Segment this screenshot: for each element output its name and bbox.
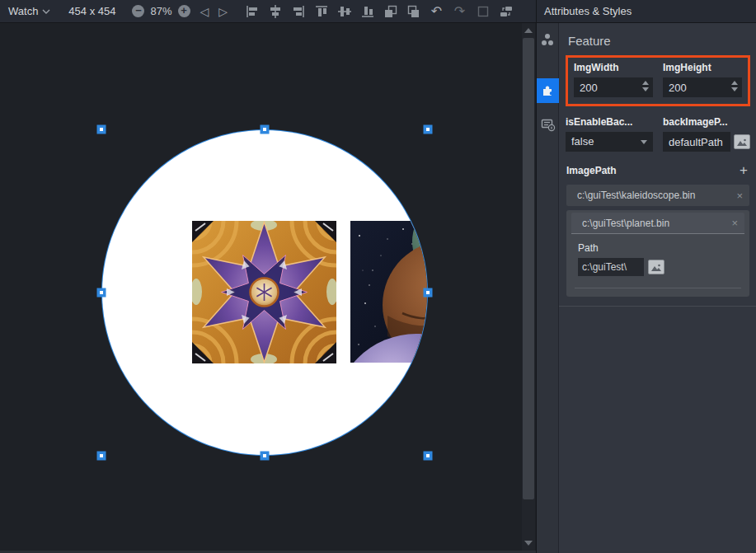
resize-handle-middle-left[interactable] xyxy=(97,288,106,298)
hierarchy-nodes-icon[interactable] xyxy=(537,28,559,50)
back-image-path-field: backImageP... xyxy=(663,116,750,152)
image-path-label: ImagePath xyxy=(566,165,617,176)
highlighted-fields-box: ImgWidth ImgHeight xyxy=(566,55,750,106)
image-path-item-planet-expanded: c:\guiTest\planet.bin × Path xyxy=(566,210,749,297)
back-image-path-label: backImageP... xyxy=(663,116,750,128)
bring-forward-icon[interactable] xyxy=(383,3,398,19)
align-left-icon[interactable] xyxy=(244,3,260,19)
section-divider xyxy=(559,306,756,307)
watch-face-scene xyxy=(0,23,536,551)
image-path-item-planet[interactable]: c:\guiTest\planet.bin × xyxy=(571,213,744,234)
canvas-size-label: 454 x 454 xyxy=(68,5,115,17)
zoom-out-button[interactable]: − xyxy=(132,5,144,17)
img-width-label: ImgWidth xyxy=(574,62,653,73)
marquee-select-icon[interactable] xyxy=(475,3,491,19)
resize-handle-bottom-right[interactable] xyxy=(424,452,433,461)
panel-tab-strip xyxy=(537,23,559,553)
align-top-icon[interactable] xyxy=(313,3,329,19)
panel-content: Feature ImgWidth ImgHeight xyxy=(559,23,756,553)
toolbar-icon-group: ↶ ↷ xyxy=(244,3,514,19)
image-picker-icon[interactable] xyxy=(734,134,750,149)
scroll-up-arrow-icon[interactable] xyxy=(524,28,533,33)
align-center-horizontal-icon[interactable] xyxy=(267,3,283,19)
attributes-styles-title: Attributes & Styles xyxy=(544,5,632,17)
widgets-puzzle-icon[interactable] xyxy=(537,78,559,103)
resize-handle-bottom-left[interactable] xyxy=(97,452,106,461)
img-width-input[interactable] xyxy=(574,77,653,97)
planet-image[interactable] xyxy=(334,196,511,499)
properties-info-icon[interactable] xyxy=(537,113,559,135)
img-height-label: ImgHeight xyxy=(663,62,742,73)
is-enable-back-field: isEnableBac... false xyxy=(566,116,653,152)
img-height-input[interactable] xyxy=(663,77,742,97)
resize-handle-bottom-center[interactable] xyxy=(261,452,270,461)
chevron-down-icon xyxy=(42,9,50,14)
resize-handle-top-right[interactable] xyxy=(424,125,433,134)
canvas-vertical-scrollbar[interactable] xyxy=(522,23,535,551)
image-path-item-kaleidoscope[interactable]: c:\guiTest\kaleidoscope.bin × xyxy=(566,185,749,206)
zoom-in-button[interactable]: + xyxy=(178,5,190,17)
card-divider xyxy=(575,288,741,288)
align-bottom-icon[interactable] xyxy=(359,3,375,19)
design-canvas[interactable] xyxy=(0,23,536,553)
device-selector-label: Watch xyxy=(8,5,38,17)
next-button[interactable]: ▷ xyxy=(218,5,228,18)
attributes-panel: Feature ImgWidth ImgHeight xyxy=(536,23,756,553)
dropdown-caret-icon xyxy=(641,140,647,144)
img-width-field: ImgWidth xyxy=(574,62,653,97)
attributes-styles-header: Attributes & Styles xyxy=(536,0,756,22)
img-height-field: ImgHeight xyxy=(663,62,742,97)
is-enable-back-label: isEnableBac... xyxy=(566,116,653,128)
zoom-level: 87% xyxy=(150,5,171,17)
scroll-down-arrow-icon[interactable] xyxy=(524,541,533,546)
add-image-path-button[interactable]: + xyxy=(740,165,749,176)
resize-handle-middle-right[interactable] xyxy=(424,288,433,298)
top-bar: Watch 454 x 454 − 87% + ◁ ▷ xyxy=(0,0,756,23)
path-label: Path xyxy=(578,242,744,254)
path-input[interactable] xyxy=(578,258,644,276)
align-right-icon[interactable] xyxy=(290,3,306,19)
back-image-path-input[interactable] xyxy=(663,132,730,152)
send-backward-icon[interactable] xyxy=(406,3,421,19)
feature-section-title: Feature xyxy=(566,23,750,55)
remove-item-icon[interactable]: × xyxy=(731,217,738,229)
redo-icon[interactable]: ↷ xyxy=(452,3,467,19)
remove-item-icon[interactable]: × xyxy=(736,190,743,202)
toolbar: Watch 454 x 454 − 87% + ◁ ▷ xyxy=(0,0,536,22)
align-middle-vertical-icon[interactable] xyxy=(336,3,352,19)
undo-icon[interactable]: ↶ xyxy=(429,3,444,19)
img-height-spinner[interactable] xyxy=(731,81,738,91)
image-path-item-text: c:\guiTest\planet.bin xyxy=(582,218,669,229)
prev-button[interactable]: ◁ xyxy=(200,5,209,18)
image-picker-icon[interactable] xyxy=(648,260,664,274)
device-selector[interactable]: Watch xyxy=(8,5,50,17)
resize-handle-top-center[interactable] xyxy=(261,125,270,134)
main-area: Feature ImgWidth ImgHeight xyxy=(0,23,756,553)
img-width-spinner[interactable] xyxy=(642,81,649,91)
image-path-item-text: c:\guiTest\kaleidoscope.bin xyxy=(577,190,695,201)
app-window: Watch 454 x 454 − 87% + ◁ ▷ xyxy=(0,0,756,553)
scrollbar-thumb[interactable] xyxy=(523,38,534,499)
resize-handle-top-left[interactable] xyxy=(97,125,106,134)
zoom-controls: − 87% + xyxy=(132,5,190,17)
z-order-swap-icon[interactable] xyxy=(498,3,514,19)
